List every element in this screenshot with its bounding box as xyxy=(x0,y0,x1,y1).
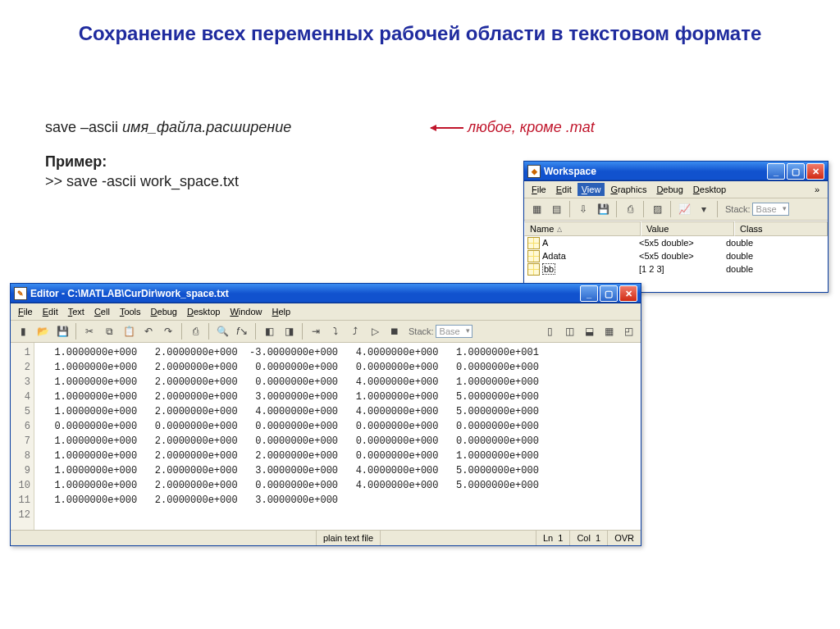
menu-desktop[interactable]: Desktop xyxy=(183,305,224,318)
status-ovr: OVR xyxy=(607,531,641,545)
menu-overflow-icon[interactable]: » xyxy=(810,185,824,194)
col-class-header[interactable]: Class xyxy=(734,221,828,236)
menu-debug[interactable]: Debug xyxy=(147,305,181,318)
variable-name: Adata xyxy=(542,251,566,261)
annotation-text: любое, кроме .mat xyxy=(468,119,595,136)
menu-window[interactable]: Window xyxy=(226,305,266,318)
menu-text[interactable]: Text xyxy=(64,305,89,318)
variable-row[interactable]: bb[1 2 3]double xyxy=(524,262,828,276)
breakpoint-set-icon[interactable]: ◧ xyxy=(260,322,278,340)
example-label: Пример: xyxy=(45,152,239,171)
menu-tools[interactable]: Tools xyxy=(116,305,145,318)
function-icon[interactable]: f↘ xyxy=(233,322,251,340)
editor-toolbar: ▮ 📂 💾 ✂ ⧉ 📋 ↶ ↷ ⎙ 🔍 f↘ ◧ ◨ ⇥ ⤵ ⤴ ▷ ⏹ Sta… xyxy=(11,321,641,343)
menu-graphics[interactable]: Graphics xyxy=(606,183,651,196)
command-args: имя_файла.расширение xyxy=(122,119,291,135)
variable-row[interactable]: Adata<5x5 double>double xyxy=(524,249,828,262)
import-icon[interactable]: ⇩ xyxy=(574,200,592,218)
code-line: 0.0000000e+000 0.0000000e+000 0.0000000e… xyxy=(34,419,641,434)
slide-title: Сохранение всех переменных рабочей облас… xyxy=(0,0,840,54)
step-icon[interactable]: ⇥ xyxy=(307,322,325,340)
stack-label: Stack: xyxy=(409,326,434,336)
arrow-left-icon xyxy=(431,127,463,129)
menu-edit[interactable]: Edit xyxy=(552,183,576,196)
variable-class: double xyxy=(726,251,828,261)
col-name-header[interactable]: Name△ xyxy=(524,221,641,236)
stop-icon[interactable]: ⏹ xyxy=(386,322,404,340)
plot-icon[interactable]: 📈 xyxy=(675,200,693,218)
find-icon[interactable]: 🔍 xyxy=(213,322,231,340)
maximize-button[interactable]: ▢ xyxy=(787,163,805,180)
menu-cell[interactable]: Cell xyxy=(90,305,114,318)
workspace-window: ◆ Workspace _ ▢ ✕ FileEditViewGraphicsDe… xyxy=(523,161,829,293)
editor-titlebar[interactable]: ✎ Editor - C:\MATLAB\CurDir\work_space.t… xyxy=(11,284,641,303)
stack-selector[interactable]: Base xyxy=(436,325,472,338)
breakpoint-clear-icon[interactable]: ◨ xyxy=(280,322,298,340)
cut-icon[interactable]: ✂ xyxy=(80,322,98,340)
variable-value: [1 2 3] xyxy=(639,264,726,274)
variable-icon xyxy=(527,250,540,262)
menu-desktop[interactable]: Desktop xyxy=(689,183,730,196)
step-in-icon[interactable]: ⤵ xyxy=(326,322,345,340)
editor-icon: ✎ xyxy=(14,287,27,300)
code-line: 1.0000000e+000 2.0000000e+000 3.0000000e… xyxy=(34,493,641,508)
menu-file[interactable]: File xyxy=(527,183,550,196)
menu-help[interactable]: Help xyxy=(268,305,295,318)
variable-class: double xyxy=(726,264,828,274)
code-line: 1.0000000e+000 2.0000000e+000 4.0000000e… xyxy=(34,404,641,419)
separator xyxy=(75,323,76,340)
print-icon[interactable]: ⎙ xyxy=(186,322,204,340)
tile-4-icon[interactable]: ▦ xyxy=(600,322,618,340)
undo-icon[interactable]: ↶ xyxy=(139,322,158,340)
line-number: 10 xyxy=(11,478,34,493)
col-value-header[interactable]: Value xyxy=(641,221,734,236)
close-button[interactable]: ✕ xyxy=(619,285,637,302)
stack-selector[interactable]: Base xyxy=(752,203,789,216)
menu-edit[interactable]: Edit xyxy=(39,305,62,318)
separator xyxy=(616,201,617,217)
line-number: 11 xyxy=(11,493,34,508)
close-button[interactable]: ✕ xyxy=(806,163,824,180)
save-icon[interactable]: 💾 xyxy=(53,322,71,340)
paste-icon[interactable]: 📋 xyxy=(120,322,138,340)
variable-icon xyxy=(527,237,540,249)
menu-view[interactable]: View xyxy=(578,183,605,196)
copy-icon[interactable]: ⧉ xyxy=(100,322,118,340)
dock-icon[interactable]: ◰ xyxy=(619,322,637,340)
variable-row[interactable]: A<5x5 double>double xyxy=(524,236,828,249)
stack-label: Stack: xyxy=(725,204,751,214)
menu-file[interactable]: File xyxy=(14,305,37,318)
line-number: 7 xyxy=(11,434,34,449)
editor-text[interactable]: 1.0000000e+000 2.0000000e+000 -3.0000000… xyxy=(34,343,641,530)
minimize-button[interactable]: _ xyxy=(767,163,785,180)
new-file-icon[interactable]: ▮ xyxy=(14,322,32,340)
tile-1-icon[interactable]: ▯ xyxy=(541,322,559,340)
open-var-icon[interactable]: ▤ xyxy=(547,200,565,218)
plot-dropdown-icon[interactable]: ▾ xyxy=(695,200,713,218)
variable-name: bb xyxy=(542,263,555,275)
open-file-icon[interactable]: 📂 xyxy=(34,322,52,340)
continue-icon[interactable]: ▷ xyxy=(366,322,384,340)
editor-title: Editor - C:\MATLAB\CurDir\work_space.txt xyxy=(30,288,580,299)
example-block: Пример: >> save -ascii work_space.txt xyxy=(45,152,239,192)
command-syntax: save –ascii имя_файла.расширение xyxy=(45,119,291,136)
save-icon[interactable]: 💾 xyxy=(594,200,612,218)
variable-name: A xyxy=(542,238,548,248)
variable-icon xyxy=(527,263,540,276)
redo-icon[interactable]: ↷ xyxy=(159,322,177,340)
new-var-icon[interactable]: ▦ xyxy=(527,200,546,218)
tile-2v-icon[interactable]: ⬓ xyxy=(580,322,598,340)
delete-icon[interactable]: ▨ xyxy=(648,200,666,218)
workspace-titlebar[interactable]: ◆ Workspace _ ▢ ✕ xyxy=(524,162,828,181)
line-number: 12 xyxy=(11,508,34,522)
minimize-button[interactable]: _ xyxy=(580,285,598,302)
tile-2h-icon[interactable]: ◫ xyxy=(560,322,578,340)
menu-debug[interactable]: Debug xyxy=(652,183,687,196)
print-icon[interactable]: ⎙ xyxy=(621,200,639,218)
line-number: 1 xyxy=(11,345,34,360)
maximize-button[interactable]: ▢ xyxy=(600,285,618,302)
editor-body[interactable]: 123456789101112 1.0000000e+000 2.0000000… xyxy=(11,343,641,530)
step-out-icon[interactable]: ⤴ xyxy=(346,322,364,340)
separator xyxy=(302,323,303,340)
line-gutter: 123456789101112 xyxy=(11,343,34,530)
